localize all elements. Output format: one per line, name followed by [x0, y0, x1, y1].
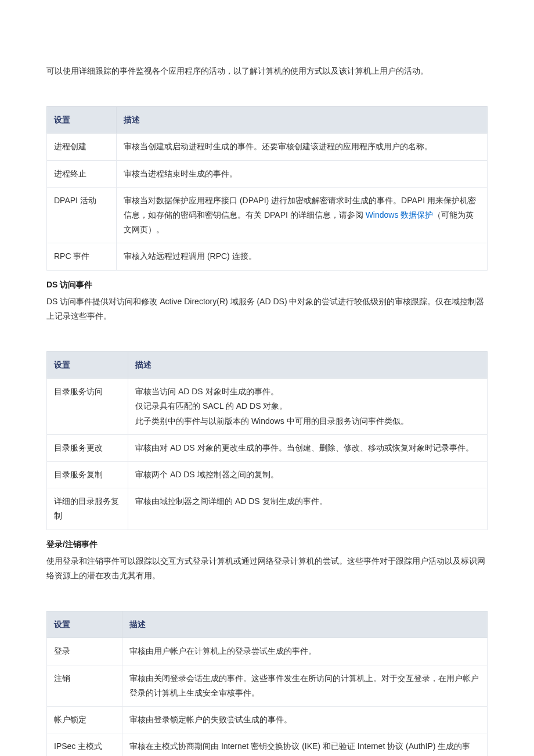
- cell-desc: 审核当创建或启动进程时生成的事件。还要审核创建该进程的应用程序或用户的名称。: [117, 134, 488, 160]
- cell-desc: 审核当访问 AD DS 对象时生成的事件。 仅记录具有匹配的 SACL 的 AD…: [128, 379, 488, 435]
- cell-setting: 目录服务更改: [47, 434, 128, 461]
- logon-logoff-table: 设置 描述 登录 审核由用户帐户在计算机上的登录尝试生成的事件。 注销 审核由关…: [46, 611, 488, 756]
- cell-setting: 目录服务复制: [47, 462, 128, 488]
- table-row: 目录服务访问 审核当访问 AD DS 对象时生成的事件。 仅记录具有匹配的 SA…: [47, 379, 488, 435]
- table-row: 进程终止 审核当进程结束时生成的事件。: [47, 160, 488, 187]
- cell-desc: 审核当对数据保护应用程序接口 (DPAPI) 进行加密或解密请求时生成的事件。D…: [117, 187, 488, 243]
- table-row: 注销 审核由关闭登录会话生成的事件。这些事件发生在所访问的计算机上。对于交互登录…: [47, 665, 488, 706]
- table-row: 帐户锁定 审核由登录锁定帐户的失败尝试生成的事件。: [47, 706, 488, 733]
- table-row: 进程创建 审核当创建或启动进程时生成的事件。还要审核创建该进程的应用程序或用户的…: [47, 134, 488, 160]
- desc-line: 此子类别中的事件与以前版本的 Windows 中可用的目录服务访问事件类似。: [135, 414, 480, 429]
- cell-setting: 登录: [47, 638, 122, 665]
- cell-desc: 审核两个 AD DS 域控制器之间的复制。: [128, 462, 488, 488]
- cell-setting: IPSec 主模式: [47, 733, 122, 756]
- cell-desc: 审核由关闭登录会话生成的事件。这些事件发生在所访问的计算机上。对于交互登录，在用…: [122, 665, 488, 706]
- cell-desc: 审核入站远程过程调用 (RPC) 连接。: [117, 243, 488, 270]
- col-header-setting: 设置: [47, 611, 122, 638]
- table-row: 登录 审核由用户帐户在计算机上的登录尝试生成的事件。: [47, 638, 488, 665]
- logon-heading: 登录/注销事件: [46, 537, 488, 552]
- cell-desc: 审核由对 AD DS 对象的更改生成的事件。当创建、删除、修改、移动或恢复对象时…: [128, 434, 488, 461]
- cell-setting: 帐户锁定: [47, 706, 122, 733]
- col-header-desc: 描述: [117, 107, 488, 134]
- table-row: 目录服务复制 审核两个 AD DS 域控制器之间的复制。: [47, 462, 488, 488]
- ds-access-table: 设置 描述 目录服务访问 审核当访问 AD DS 对象时生成的事件。 仅记录具有…: [46, 351, 488, 530]
- ds-access-desc: DS 访问事件提供对访问和修改 Active Directory(R) 域服务 …: [46, 294, 488, 323]
- cell-setting: DPAPI 活动: [47, 187, 117, 243]
- cell-setting: 目录服务访问: [47, 379, 128, 435]
- table-row: IPSec 主模式 审核在主模式协商期间由 Internet 密钥交换协议 (I…: [47, 733, 488, 756]
- cell-desc: 审核当进程结束时生成的事件。: [117, 160, 488, 187]
- table-row: RPC 事件 审核入站远程过程调用 (RPC) 连接。: [47, 243, 488, 270]
- logon-desc: 使用登录和注销事件可以跟踪以交互方式登录计算机或通过网络登录计算机的尝试。这些事…: [46, 554, 488, 583]
- windows-data-protection-link[interactable]: Windows 数据保护: [366, 210, 434, 219]
- cell-setting: 注销: [47, 665, 122, 706]
- cell-desc: 审核由域控制器之间详细的 AD DS 复制生成的事件。: [128, 488, 488, 530]
- cell-desc: 审核在主模式协商期间由 Internet 密钥交换协议 (IKE) 和已验证 I…: [122, 733, 488, 756]
- cell-setting: 详细的目录服务复制: [47, 488, 128, 530]
- col-header-setting: 设置: [47, 352, 128, 379]
- cell-setting: 进程创建: [47, 134, 117, 160]
- cell-desc: 审核由登录锁定帐户的失败尝试生成的事件。: [122, 706, 488, 733]
- col-header-setting: 设置: [47, 107, 117, 134]
- intro-paragraph: 可以使用详细跟踪的事件监视各个应用程序的活动，以了解计算机的使用方式以及该计算机…: [46, 64, 488, 78]
- detailed-tracking-table: 设置 描述 进程创建 审核当创建或启动进程时生成的事件。还要审核创建该进程的应用…: [46, 106, 488, 270]
- ds-access-heading: DS 访问事件: [46, 278, 488, 292]
- document-page: 可以使用详细跟踪的事件监视各个应用程序的活动，以了解计算机的使用方式以及该计算机…: [46, 0, 488, 756]
- col-header-desc: 描述: [122, 611, 488, 638]
- desc-line: 仅记录具有匹配的 SACL 的 AD DS 对象。: [135, 399, 480, 413]
- table-row: 详细的目录服务复制 审核由域控制器之间详细的 AD DS 复制生成的事件。: [47, 488, 488, 530]
- col-header-desc: 描述: [128, 352, 488, 379]
- cell-desc: 审核由用户帐户在计算机上的登录尝试生成的事件。: [122, 638, 488, 665]
- cell-setting: 进程终止: [47, 160, 117, 187]
- table-row: 目录服务更改 审核由对 AD DS 对象的更改生成的事件。当创建、删除、修改、移…: [47, 434, 488, 461]
- cell-setting: RPC 事件: [47, 243, 117, 270]
- table-row: DPAPI 活动 审核当对数据保护应用程序接口 (DPAPI) 进行加密或解密请…: [47, 187, 488, 243]
- desc-line: 审核当访问 AD DS 对象时生成的事件。: [135, 384, 480, 399]
